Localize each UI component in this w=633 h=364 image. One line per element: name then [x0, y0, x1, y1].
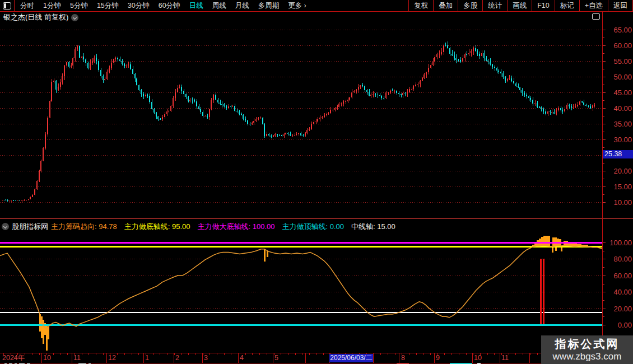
toolbar: 分时1分钟5分钟15分钟30分钟60分钟日线周线月线多周期更多 › 复权叠加多股…	[0, 0, 633, 12]
chart-title: 银之杰(日线 前复权)	[3, 12, 68, 22]
price-axis-label: 60.00	[603, 41, 632, 50]
axis-tick	[603, 92, 606, 93]
price-axis[interactable]: 25.38 65.0060.0055.0050.0045.0040.0035.0…	[603, 11, 633, 218]
week-tick	[423, 353, 423, 355]
axis-tick	[603, 251, 604, 251]
axis-tick	[603, 292, 606, 292]
axis-tick	[603, 179, 604, 179]
week-tick	[238, 353, 239, 355]
price-axis-label: 15.00	[603, 183, 632, 191]
selected-date-label[interactable]: 2025/06/03/二	[329, 354, 373, 362]
panel-toggle-icon[interactable]	[3, 2, 11, 10]
indicator-param-4: 中线轴: 15.00	[351, 222, 395, 231]
menu-item-action-4[interactable]: 画线	[507, 0, 532, 11]
month-separator	[273, 353, 273, 363]
indicator-axis-label: 60.00	[603, 272, 632, 280]
week-tick	[416, 353, 417, 355]
week-tick	[210, 353, 210, 355]
axis-tick	[603, 171, 606, 171]
week-tick	[96, 353, 96, 355]
week-tick	[259, 353, 260, 355]
week-tick	[430, 353, 431, 355]
date-label: 10	[474, 354, 482, 362]
menu-item-period-2[interactable]: 5分钟	[66, 0, 92, 11]
axis-tick	[603, 186, 606, 187]
week-tick	[288, 353, 288, 355]
menu-item-action-2[interactable]: 多股	[458, 0, 482, 11]
chevron-down-icon[interactable]	[2, 223, 9, 230]
date-label: 2	[175, 354, 179, 362]
week-tick	[132, 353, 132, 355]
price-axis-label: 40.00	[603, 104, 632, 113]
week-tick	[373, 353, 374, 355]
date-label: 9	[436, 354, 440, 362]
date-label: 12	[108, 354, 116, 362]
month-separator	[305, 353, 306, 363]
week-tick	[530, 353, 530, 355]
menu-item-action-6[interactable]: 标记	[555, 0, 579, 11]
candlestick-chart[interactable]: 银之杰(日线 前复权)	[0, 11, 603, 218]
menu-item-period-7[interactable]: 周线	[208, 0, 231, 11]
toolbar-divider	[14, 0, 15, 11]
menu-item-action-0[interactable]: 复权	[408, 0, 433, 11]
menu-item-action-3[interactable]: 统计	[482, 0, 507, 11]
chart-corner-icon[interactable]	[592, 13, 600, 20]
month-separator	[434, 353, 435, 363]
week-tick	[252, 353, 253, 355]
week-tick	[217, 353, 217, 355]
axis-tick	[603, 276, 606, 276]
indicator-axis-label: 0.00	[603, 321, 632, 329]
menu-item-action-1[interactable]: 叠加	[433, 0, 458, 11]
week-tick	[32, 353, 32, 355]
period-menu: 分时1分钟5分钟15分钟30分钟60分钟日线周线月线多周期更多 ›	[16, 0, 311, 11]
axis-tick	[603, 61, 606, 62]
menu-item-action-8[interactable]: 返回	[608, 0, 633, 11]
date-label: 4	[240, 354, 244, 362]
indicator-axis-label: 80.00	[603, 255, 632, 263]
price-axis-label: 35.00	[603, 120, 632, 128]
date-label: 11	[73, 354, 81, 362]
indicator-panel[interactable]: 股朋指标网 主力筹码趋向: 94.78主力做底轴线: 95.00主力做大底轴线:…	[0, 219, 603, 353]
axis-tick	[603, 309, 606, 309]
menu-item-period-1[interactable]: 1分钟	[39, 0, 66, 11]
axis-tick	[603, 325, 606, 325]
indicator-param-1: 主力做底轴线: 95.00	[124, 222, 190, 231]
axis-tick	[603, 163, 604, 164]
week-tick	[167, 353, 167, 355]
menu-item-period-9[interactable]: 多周期	[254, 0, 284, 11]
indicator-param-0: 主力筹码趋向: 94.78	[51, 222, 117, 231]
menu-item-period-4[interactable]: 30分钟	[123, 0, 154, 11]
week-tick	[60, 353, 61, 355]
week-tick	[302, 353, 302, 355]
date-label: 5	[274, 354, 278, 362]
time-axis[interactable]: 2025/06/03/二 2024年10111212345891011	[0, 353, 633, 363]
menu-item-period-6[interactable]: 日线	[185, 0, 208, 11]
axis-tick	[603, 300, 604, 301]
action-menu: 复权叠加多股统计画线F10标记+自选返回	[408, 0, 633, 11]
month-separator	[41, 353, 42, 363]
indicator-param-3: 主力做顶轴线: 0.00	[282, 222, 345, 231]
week-tick	[459, 353, 459, 355]
week-tick	[82, 353, 82, 355]
week-tick	[231, 353, 231, 355]
week-tick	[309, 353, 310, 355]
week-tick	[53, 353, 54, 355]
menu-item-period-10[interactable]: 更多 ›	[283, 0, 311, 11]
axis-tick	[603, 85, 604, 85]
menu-item-period-3[interactable]: 15分钟	[92, 0, 123, 11]
axis-tick	[603, 242, 606, 243]
indicator-axis[interactable]: 100.0080.0060.0040.0020.000.00	[603, 219, 633, 353]
menu-item-action-7[interactable]: +自选	[579, 0, 608, 11]
week-tick	[466, 353, 467, 355]
week-tick	[124, 353, 125, 355]
week-tick	[160, 353, 160, 355]
week-tick	[409, 353, 409, 355]
week-tick	[487, 353, 488, 355]
menu-item-action-5[interactable]: F10	[532, 0, 555, 11]
menu-item-period-5[interactable]: 60分钟	[154, 0, 185, 11]
axis-tick	[603, 259, 606, 259]
menu-item-period-0[interactable]: 分时	[16, 0, 39, 11]
menu-item-period-8[interactable]: 月线	[231, 0, 254, 11]
chevron-down-icon[interactable]	[71, 14, 78, 21]
week-tick	[523, 353, 523, 355]
